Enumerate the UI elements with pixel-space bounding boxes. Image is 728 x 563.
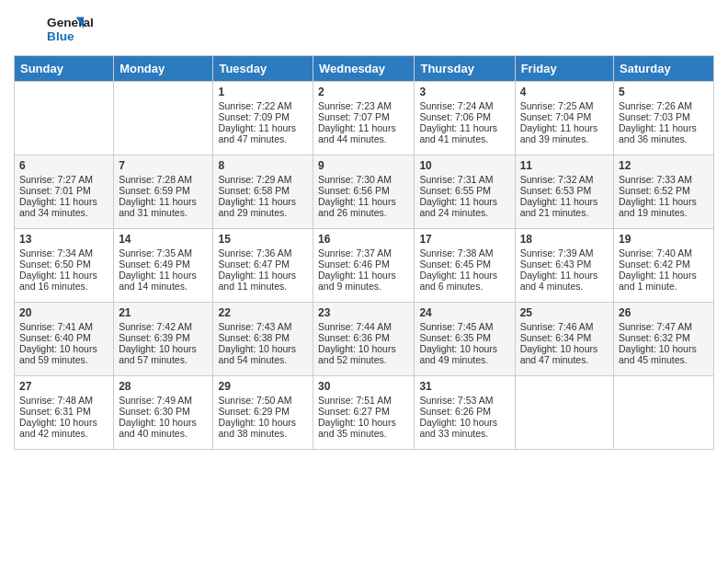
- daylight-text: Daylight: 10 hours and 49 minutes.: [419, 343, 497, 365]
- calendar-cell: 30 Sunrise: 7:51 AM Sunset: 6:27 PM Dayl…: [313, 376, 415, 450]
- daylight-text: Daylight: 11 hours and 1 minute.: [619, 270, 697, 292]
- day-of-week-header: Monday: [114, 56, 213, 82]
- day-number: 1: [218, 86, 308, 98]
- daylight-text: Daylight: 10 hours and 40 minutes.: [119, 417, 197, 439]
- sunset-text: Sunset: 7:06 PM: [419, 111, 491, 122]
- daylight-text: Daylight: 11 hours and 47 minutes.: [218, 122, 296, 144]
- day-number: 9: [318, 159, 409, 172]
- sunrise-text: Sunrise: 7:44 AM: [318, 321, 392, 332]
- calendar-cell: [515, 376, 613, 450]
- daylight-text: Daylight: 11 hours and 21 minutes.: [520, 196, 598, 218]
- sunrise-text: Sunrise: 7:45 AM: [419, 321, 493, 332]
- sunset-text: Sunset: 6:58 PM: [218, 185, 290, 196]
- day-number: 18: [520, 233, 609, 246]
- calendar-cell: 8 Sunrise: 7:29 AM Sunset: 6:58 PM Dayli…: [213, 155, 313, 229]
- sunset-text: Sunset: 6:34 PM: [520, 332, 592, 343]
- day-number: 4: [520, 86, 609, 98]
- calendar-cell: 31 Sunrise: 7:53 AM Sunset: 6:26 PM Dayl…: [415, 376, 515, 450]
- sunset-text: Sunset: 6:46 PM: [318, 259, 390, 270]
- sunset-text: Sunset: 6:49 PM: [119, 259, 190, 270]
- logo: General Blue: [14, 9, 115, 48]
- daylight-text: Daylight: 11 hours and 31 minutes.: [119, 196, 197, 218]
- daylight-text: Daylight: 11 hours and 9 minutes.: [318, 270, 396, 292]
- sunrise-text: Sunrise: 7:23 AM: [318, 100, 392, 111]
- sunrise-text: Sunrise: 7:43 AM: [218, 321, 291, 332]
- calendar-cell: 14 Sunrise: 7:35 AM Sunset: 6:49 PM Dayl…: [114, 229, 213, 303]
- calendar-cell: 25 Sunrise: 7:46 AM Sunset: 6:34 PM Dayl…: [515, 303, 613, 376]
- day-number: 29: [218, 380, 308, 393]
- sunset-text: Sunset: 6:35 PM: [419, 332, 491, 343]
- calendar-cell: 17 Sunrise: 7:38 AM Sunset: 6:45 PM Dayl…: [415, 229, 515, 303]
- day-number: 26: [619, 306, 709, 319]
- calendar-cell: 24 Sunrise: 7:45 AM Sunset: 6:35 PM Dayl…: [415, 303, 515, 376]
- calendar-cell: 3 Sunrise: 7:24 AM Sunset: 7:06 PM Dayli…: [415, 82, 515, 155]
- day-number: 12: [619, 159, 709, 172]
- sunset-text: Sunset: 7:04 PM: [520, 111, 592, 122]
- day-number: 8: [218, 159, 308, 172]
- calendar-cell: 6 Sunrise: 7:27 AM Sunset: 7:01 PM Dayli…: [15, 155, 114, 229]
- calendar-week-row: 6 Sunrise: 7:27 AM Sunset: 7:01 PM Dayli…: [15, 155, 714, 229]
- calendar-cell: 26 Sunrise: 7:47 AM Sunset: 6:32 PM Dayl…: [614, 303, 714, 376]
- sunrise-text: Sunrise: 7:22 AM: [218, 100, 291, 111]
- calendar-cell: [15, 82, 114, 155]
- daylight-text: Daylight: 11 hours and 19 minutes.: [619, 196, 697, 218]
- calendar-cell: 19 Sunrise: 7:40 AM Sunset: 6:42 PM Dayl…: [614, 229, 714, 303]
- sunrise-text: Sunrise: 7:25 AM: [520, 100, 594, 111]
- daylight-text: Daylight: 10 hours and 45 minutes.: [619, 343, 697, 365]
- daylight-text: Daylight: 10 hours and 47 minutes.: [520, 343, 598, 365]
- sunrise-text: Sunrise: 7:37 AM: [318, 247, 392, 259]
- day-of-week-header: Tuesday: [213, 56, 313, 82]
- calendar-cell: 11 Sunrise: 7:32 AM Sunset: 6:53 PM Dayl…: [515, 155, 613, 229]
- daylight-text: Daylight: 10 hours and 52 minutes.: [318, 343, 396, 365]
- sunrise-text: Sunrise: 7:41 AM: [19, 321, 93, 332]
- sunset-text: Sunset: 6:50 PM: [19, 259, 91, 270]
- day-number: 24: [419, 306, 509, 319]
- sunrise-text: Sunrise: 7:40 AM: [619, 247, 692, 259]
- daylight-text: Daylight: 10 hours and 33 minutes.: [419, 417, 497, 439]
- daylight-text: Daylight: 10 hours and 38 minutes.: [218, 417, 296, 439]
- sunset-text: Sunset: 6:47 PM: [218, 259, 290, 270]
- sunrise-text: Sunrise: 7:32 AM: [520, 174, 594, 185]
- sunset-text: Sunset: 6:45 PM: [419, 259, 491, 270]
- calendar-cell: 23 Sunrise: 7:44 AM Sunset: 6:36 PM Dayl…: [313, 303, 415, 376]
- calendar-cell: 13 Sunrise: 7:34 AM Sunset: 6:50 PM Dayl…: [15, 229, 114, 303]
- daylight-text: Daylight: 11 hours and 16 minutes.: [19, 270, 97, 292]
- sunset-text: Sunset: 7:01 PM: [19, 185, 91, 196]
- day-number: 6: [19, 159, 108, 172]
- day-number: 21: [119, 306, 208, 319]
- day-number: 15: [218, 233, 308, 246]
- day-number: 19: [619, 233, 709, 246]
- day-number: 11: [520, 159, 609, 172]
- day-number: 31: [419, 380, 509, 393]
- daylight-text: Daylight: 10 hours and 42 minutes.: [19, 417, 97, 439]
- day-number: 20: [19, 306, 108, 319]
- calendar-cell: 18 Sunrise: 7:39 AM Sunset: 6:43 PM Dayl…: [515, 229, 613, 303]
- daylight-text: Daylight: 11 hours and 4 minutes.: [520, 270, 598, 292]
- calendar-cell: 21 Sunrise: 7:42 AM Sunset: 6:39 PM Dayl…: [114, 303, 213, 376]
- daylight-text: Daylight: 11 hours and 26 minutes.: [318, 196, 396, 218]
- calendar-header-row: SundayMondayTuesdayWednesdayThursdayFrid…: [15, 56, 714, 82]
- sunset-text: Sunset: 6:31 PM: [19, 406, 91, 417]
- sunrise-text: Sunrise: 7:28 AM: [119, 174, 192, 185]
- calendar-cell: 5 Sunrise: 7:26 AM Sunset: 7:03 PM Dayli…: [614, 82, 714, 155]
- sunrise-text: Sunrise: 7:47 AM: [619, 321, 692, 332]
- calendar-week-row: 20 Sunrise: 7:41 AM Sunset: 6:40 PM Dayl…: [15, 303, 714, 376]
- day-number: 30: [318, 380, 409, 393]
- day-number: 27: [19, 380, 108, 393]
- calendar-week-row: 1 Sunrise: 7:22 AM Sunset: 7:09 PM Dayli…: [15, 82, 714, 155]
- sunrise-text: Sunrise: 7:26 AM: [619, 100, 692, 111]
- logo-icon: General Blue: [14, 9, 115, 48]
- sunrise-text: Sunrise: 7:49 AM: [119, 395, 192, 406]
- day-number: 28: [119, 380, 208, 393]
- page-header: General Blue: [14, 9, 714, 48]
- sunset-text: Sunset: 6:42 PM: [619, 259, 690, 270]
- daylight-text: Daylight: 11 hours and 44 minutes.: [318, 122, 396, 144]
- sunset-text: Sunset: 6:27 PM: [318, 406, 390, 417]
- sunset-text: Sunset: 7:07 PM: [318, 111, 390, 122]
- sunset-text: Sunset: 6:36 PM: [318, 332, 390, 343]
- calendar-cell: 15 Sunrise: 7:36 AM Sunset: 6:47 PM Dayl…: [213, 229, 313, 303]
- day-number: 7: [119, 159, 208, 172]
- calendar-cell: 27 Sunrise: 7:48 AM Sunset: 6:31 PM Dayl…: [15, 376, 114, 450]
- day-number: 14: [119, 233, 208, 246]
- sunset-text: Sunset: 6:26 PM: [419, 406, 491, 417]
